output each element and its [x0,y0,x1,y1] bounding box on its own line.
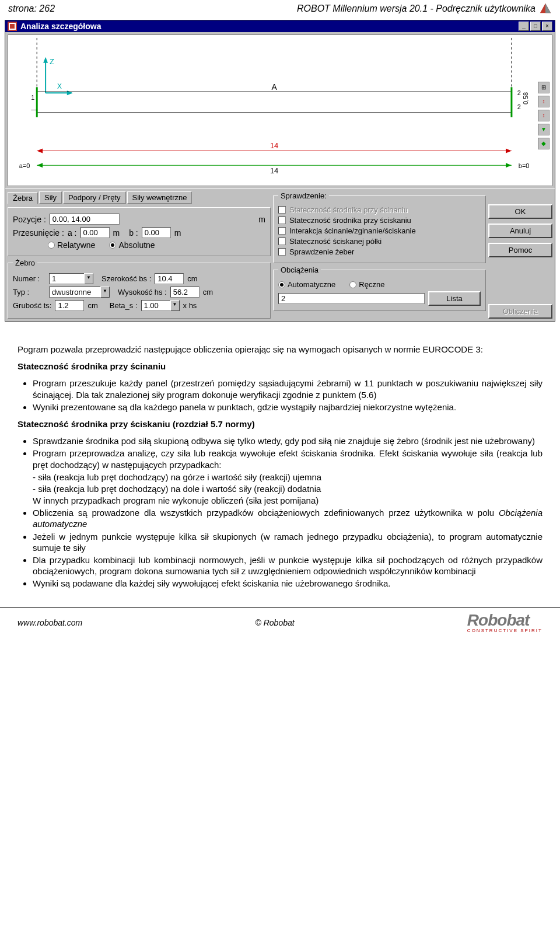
numer-label: Numer : [13,274,46,283]
close-button[interactable]: × [542,22,552,31]
list-item: Wyniki prezentowane są dla każdego panel… [33,402,542,413]
tab-sily[interactable]: Siły [39,191,62,204]
a-label: a : [68,228,77,238]
chevron-down-icon[interactable]: ▼ [100,287,110,298]
structural-viewport[interactable]: Z X A 1 — 2 2 0,58 14 a=0 b= [8,34,552,186]
tabs: Żebra Siły Podpory / Pręty Siły wewnętrz… [8,191,271,204]
pozycje-label: Pozycje : [13,215,46,224]
footer-url: www.robobat.com [18,618,82,627]
minimize-button[interactable]: _ [519,22,529,31]
svg-marker-16 [37,148,43,153]
list-item: Wyniki są podawane dla każdej siły wywoł… [33,578,542,589]
check-polki[interactable]: Stateczność ściskanej półki [278,237,481,246]
unit-m2: m [113,228,120,238]
svg-marker-10 [67,90,73,95]
footer-logo: Robobat CONSTRUCTIVE SPIRIT [467,612,542,633]
svg-rect-11 [37,92,512,113]
tool-icon-4[interactable]: ▼ [538,124,550,135]
typ-select[interactable] [49,287,100,298]
check-sciskaniu[interactable]: Stateczność środnika przy ściskaniu [278,216,481,225]
tab-podpory[interactable]: Podpory / Pręty [63,191,126,204]
radio-icon [278,281,285,288]
footer-copyright: © Robobat [256,618,295,627]
document-body: Pogram pozwala przeprowadzić następujące… [0,332,560,607]
pozycje-input[interactable] [50,214,120,225]
svg-marker-19 [37,163,43,167]
radio-reczne[interactable]: Ręczne [349,280,384,289]
numer-input[interactable] [49,273,84,284]
a-label: a=0 [19,162,30,169]
dialog-panel: Żebra Siły Podpory / Pręty Siły wewnętrz… [5,188,555,321]
section2-title: Stateczność środnika przy ściskaniu (roz… [18,418,542,430]
przesuniecie-label: Przesunięcie : [13,228,64,238]
check-interakcja[interactable]: Interakcja ścinanie/zginanie/ściskanie [278,226,481,235]
section1-list: Program przeszukuje każdy panel (przestr… [18,378,542,413]
right-h: 0,58 [522,92,529,104]
sublist-item: - siła (reakcja lub pręt dochodzący) na … [33,472,542,483]
pomoc-button[interactable]: Pomoc [488,243,552,257]
b-label: b=0 [519,162,530,169]
list-item: Obliczenia są prowadzone dla wszystkich … [33,507,542,529]
checkbox-icon [278,206,286,214]
ok-button[interactable]: OK [488,204,552,219]
radio-relatywne[interactable]: Relatywne [48,240,95,250]
tab-sily-wewn[interactable]: Siły wewnętrzne [127,191,192,204]
radio-automatyczne[interactable]: Automatyczne [278,280,335,289]
lista-button[interactable]: Lista [428,291,481,306]
right-num1: 2 [517,89,521,96]
radio-absolutne[interactable]: Absolutne [109,240,155,250]
svg-rect-4 [10,24,15,29]
wys-unit: cm [203,288,213,296]
sublist-item: - siła (reakcja lub pręt dochodzący) na … [33,483,542,494]
brand-tagline: CONSTRUCTIVE SPIRIT [467,629,542,633]
titlebar: Analiza szczegółowa _ □ × [5,20,555,32]
beta-suffix: x hs [183,301,197,310]
svg-marker-17 [506,148,512,153]
b-label: b : [129,228,138,238]
list-item: Program przeprowadza analizę, czy siła l… [33,448,542,506]
obciazenia-legend: Obciążenia [278,266,321,274]
maximize-button[interactable]: □ [530,22,541,31]
list-item-text: Program przeprowadza analizę, czy siła l… [33,448,542,469]
axis-z-label: Z [50,57,54,66]
szer-input[interactable] [155,273,184,284]
szer-unit: cm [187,274,197,283]
anuluj-button[interactable]: Anuluj [488,224,552,238]
intro-paragraph: Pogram pozwala przeprowadzić następujące… [18,344,542,355]
tab-zebra[interactable]: Żebra [8,192,38,204]
obciazenia-input[interactable] [278,293,425,304]
tool-icon-5[interactable]: ◆ [538,138,550,149]
b-input[interactable] [142,227,171,238]
page-footer: www.robobat.com © Robobat Robobat CONSTR… [0,607,560,637]
svg-marker-8 [43,57,48,63]
app-window: Analiza szczegółowa _ □ × Z X A 1 [5,20,555,322]
grub-unit: cm [88,301,97,310]
chevron-down-icon[interactable]: ▼ [84,273,93,284]
page-number: strona: 262 [8,4,55,14]
sprawdzenie-fieldset: Sprawdzenie: Stateczność środnika przy ś… [273,191,486,263]
chevron-down-icon[interactable]: ▼ [170,300,180,311]
tool-icon-1[interactable]: ⊞ [538,82,550,93]
dim-top: 14 [270,141,278,150]
section1-title: Stateczność środnika przy ścinaniu [18,361,542,372]
check-scinaniu[interactable]: Stateczność środnika przy ścinaniu [278,205,481,214]
beta-input[interactable] [141,300,170,311]
radio-icon [48,242,55,249]
tool-icon-3[interactable]: ↕ [538,110,550,121]
unit-m1: m [258,215,265,224]
wys-label: Wysokość hs : [118,288,167,296]
svg-marker-1 [545,4,551,13]
check-zeber[interactable]: Sprawdzenie żeber [278,247,481,256]
obliczenia-button[interactable]: Obliczenia [488,304,552,319]
tool-icon-2[interactable]: ↕ [538,96,550,107]
sprawdzenie-legend: Sprawdzenie: [278,191,329,200]
page-header: strona: 262 ROBOT Millennium wersja 20.1… [0,0,560,18]
right-num2: 2 [517,103,521,110]
logo-icon [539,2,552,15]
a-input[interactable] [80,227,110,238]
member-label: A [271,82,277,92]
grub-input[interactable] [55,300,84,311]
wys-input[interactable] [170,287,200,298]
page-title: ROBOT Millennium wersja 20.1 - Podręczni… [297,4,536,14]
obciazenia-fieldset: Obciążenia Automatyczne Ręczne Lista [273,266,486,311]
